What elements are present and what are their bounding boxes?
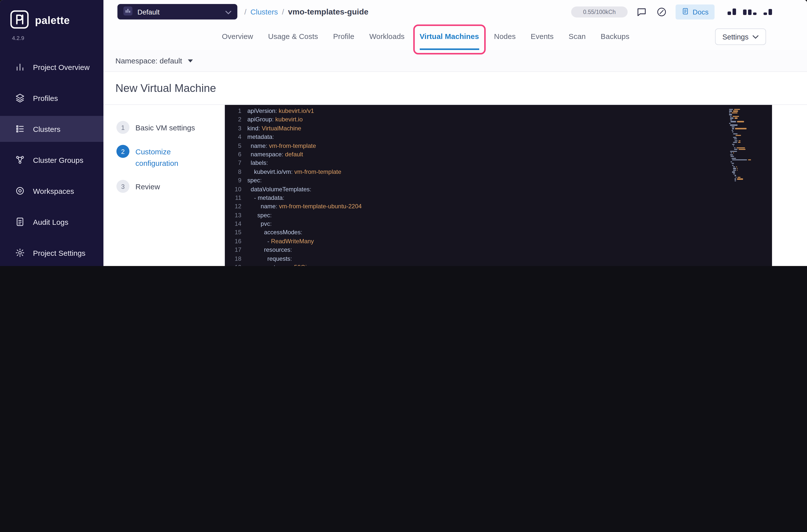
sidebar-item-label: Project Overview bbox=[33, 63, 90, 71]
project-selector[interactable]: Default bbox=[117, 4, 237, 19]
caret-down-icon[interactable] bbox=[188, 59, 193, 62]
minimap-line bbox=[729, 109, 765, 110]
line-number: 15 bbox=[225, 229, 247, 237]
tab-profile[interactable]: Profile bbox=[333, 23, 354, 50]
sidebar-item-label: Audit Logs bbox=[33, 217, 69, 226]
brand: palette bbox=[0, 0, 104, 34]
sidebar-nav: Project OverviewProfilesClustersCluster … bbox=[0, 54, 104, 266]
code-line: 13 spec: bbox=[225, 211, 772, 220]
sidebar-item-cluster-groups[interactable]: Cluster Groups bbox=[0, 147, 104, 173]
breadcrumb-separator: / bbox=[282, 7, 284, 16]
minimap-line bbox=[729, 161, 765, 162]
layers-icon bbox=[15, 93, 25, 103]
gear-icon bbox=[15, 248, 25, 258]
namespace-selector[interactable]: Namespace: default bbox=[115, 56, 182, 65]
page-title: New Virtual Machine bbox=[115, 82, 216, 95]
tab-label: Scan bbox=[569, 32, 586, 40]
minimap-line bbox=[729, 163, 765, 164]
sidebar: palette 4.2.9 Project OverviewProfilesCl… bbox=[0, 0, 104, 266]
breadcrumb-separator: / bbox=[244, 7, 246, 16]
top-bar: Default / Clusters / vmo-templates-guide… bbox=[104, 0, 807, 23]
chat-icon[interactable] bbox=[636, 6, 648, 18]
minimap-line bbox=[729, 151, 765, 152]
tab-backups[interactable]: Backups bbox=[601, 23, 630, 50]
version-label: 4.2.9 bbox=[0, 34, 104, 54]
tab-label: Profile bbox=[333, 32, 354, 40]
minimap-line bbox=[729, 128, 765, 129]
app-window: palette 4.2.9 Project OverviewProfilesCl… bbox=[0, 0, 807, 266]
code-line: 3kind: VirtualMachine bbox=[225, 125, 772, 133]
line-text: kind: VirtualMachine bbox=[247, 125, 301, 133]
line-number: 1 bbox=[225, 107, 247, 116]
minimap-line bbox=[729, 118, 765, 119]
settings-button[interactable]: Settings bbox=[715, 28, 766, 45]
line-number: 12 bbox=[225, 203, 247, 211]
minimap-line bbox=[729, 111, 765, 112]
line-number: 9 bbox=[225, 176, 247, 185]
minimap-line bbox=[729, 112, 765, 113]
project-selector-value: Default bbox=[137, 8, 159, 16]
code-line: 5 name: vm-from-template bbox=[225, 141, 772, 150]
minimap-line bbox=[729, 166, 765, 167]
tab-nodes[interactable]: Nodes bbox=[494, 23, 516, 50]
sidebar-item-profiles[interactable]: Profiles bbox=[0, 85, 104, 111]
yaml-editor[interactable]: 1apiVersion: kubevirt.io/v12apiGroup: ku… bbox=[225, 105, 772, 266]
minimap-line bbox=[729, 159, 765, 160]
tab-workloads[interactable]: Workloads bbox=[369, 23, 405, 50]
step-label: Review bbox=[135, 180, 160, 193]
code-line: 16 - ReadWriteMany bbox=[225, 237, 772, 246]
code-line: 9spec: bbox=[225, 176, 772, 185]
sidebar-item-clusters[interactable]: Clusters bbox=[0, 116, 104, 142]
line-text: metadata: bbox=[247, 133, 274, 141]
code-line: 18 requests: bbox=[225, 254, 772, 263]
code-line: 6 namespace: default bbox=[225, 150, 772, 159]
line-number: 11 bbox=[225, 194, 247, 203]
step-basic-vm-settings[interactable]: 1Basic VM settings bbox=[116, 121, 214, 134]
docs-button[interactable]: Docs bbox=[676, 4, 715, 19]
project-scope-icon bbox=[124, 6, 132, 17]
line-number: 18 bbox=[225, 254, 247, 263]
sidebar-item-audit-logs[interactable]: Audit Logs bbox=[0, 209, 104, 235]
step-number: 3 bbox=[116, 180, 129, 193]
step-review[interactable]: 3Review bbox=[116, 180, 214, 193]
tab-scan[interactable]: Scan bbox=[569, 23, 586, 50]
line-text: - ReadWriteMany bbox=[247, 237, 314, 246]
minimap-line bbox=[729, 126, 765, 127]
usage-quota-badge: 0.55/100kCh bbox=[571, 6, 627, 17]
breadcrumb-clusters-link[interactable]: Clusters bbox=[250, 7, 278, 16]
chevron-down-icon bbox=[225, 8, 231, 16]
step-label: Customize configuration bbox=[135, 145, 203, 169]
tab-usage-costs[interactable]: Usage & Costs bbox=[268, 23, 318, 50]
tab-virtual-machines[interactable]: Virtual Machines bbox=[419, 23, 479, 50]
minimap-line bbox=[729, 177, 765, 178]
support-icon[interactable] bbox=[656, 6, 668, 18]
sidebar-item-project-overview[interactable]: Project Overview bbox=[0, 54, 104, 80]
breadcrumb-current: vmo-templates-guide bbox=[288, 7, 369, 16]
sidebar-item-project-settings[interactable]: Project Settings bbox=[0, 240, 104, 266]
line-number: 7 bbox=[225, 159, 247, 168]
code-line: 14 pvc: bbox=[225, 220, 772, 229]
line-text: accessModes: bbox=[247, 229, 302, 237]
step-number: 2 bbox=[116, 145, 129, 158]
step-number: 1 bbox=[116, 121, 129, 134]
line-text: spec: bbox=[247, 211, 271, 220]
editor-minimap[interactable] bbox=[729, 109, 765, 182]
wizard-stepper: 1Basic VM settings2Customize configurati… bbox=[104, 105, 225, 266]
sidebar-item-workspaces[interactable]: Workspaces bbox=[0, 178, 104, 204]
tab-label: Workloads bbox=[369, 32, 405, 40]
code-line: 17 resources: bbox=[225, 246, 772, 255]
tab-label: Nodes bbox=[494, 32, 516, 40]
palette-logo-icon bbox=[10, 10, 29, 31]
line-text: labels: bbox=[247, 159, 268, 168]
code-line: 19 storage: 50Gi bbox=[225, 263, 772, 266]
line-number: 6 bbox=[225, 150, 247, 159]
code-line: 2apiGroup: kubevirt.io bbox=[225, 116, 772, 125]
tab-events[interactable]: Events bbox=[531, 23, 553, 50]
code-line: 8 kubevirt.io/vm: vm-from-template bbox=[225, 168, 772, 176]
audit-logs-icon bbox=[15, 217, 25, 227]
tab-label: Usage & Costs bbox=[268, 32, 318, 40]
sidebar-item-label: Workspaces bbox=[33, 187, 74, 195]
step-customize-configuration[interactable]: 2Customize configuration bbox=[116, 145, 214, 169]
tab-overview[interactable]: Overview bbox=[222, 23, 253, 50]
minimap-line bbox=[729, 156, 765, 157]
